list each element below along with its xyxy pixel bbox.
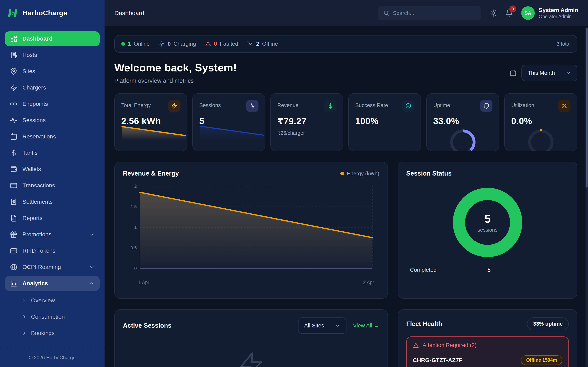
- brand: HarboCharge: [0, 0, 104, 26]
- sidebar-nav: DashboardHostsSitesChargersEndpointsSess…: [0, 26, 104, 348]
- active-sessions-panel: Active Sessions All Sites View All →: [114, 309, 388, 367]
- metric-card-revenue: Revenue₹79.27₹26/charger: [270, 93, 343, 151]
- sidebar-item-endpoints[interactable]: Endpoints: [5, 97, 100, 111]
- search-box[interactable]: [378, 6, 481, 20]
- uptime-badge: 33% uptime: [527, 317, 569, 330]
- sidebar-subitem-overview[interactable]: Overview: [5, 292, 100, 309]
- sidebar-subitem-consumption[interactable]: Consumption: [5, 309, 100, 325]
- calendar-icon: [510, 69, 517, 76]
- sidebar-item-promotions[interactable]: Promotions: [5, 227, 100, 242]
- session-status-legend: Completed 5: [406, 267, 569, 273]
- status-chip-online: 1Online: [121, 41, 150, 47]
- credit-card-icon: [10, 182, 17, 189]
- chevron-down-icon: [89, 264, 95, 270]
- sidebar-item-transactions[interactable]: Transactions: [5, 178, 100, 193]
- period-value: This Month: [527, 70, 555, 76]
- receipt-icon: [10, 198, 17, 206]
- file-icon: [10, 214, 17, 222]
- search-icon: [383, 10, 389, 16]
- offline-badge: Offline 1594m: [521, 355, 562, 365]
- bolt-icon: [159, 41, 165, 47]
- fleet-item-1: CHRG-GTZT-AZ7FOffline 1594m: [413, 355, 562, 365]
- theme-toggle-button[interactable]: [489, 9, 497, 17]
- sidebar-item-tariffs[interactable]: Tariffs: [5, 146, 100, 160]
- sidebar-item-analytics[interactable]: Analytics: [5, 276, 100, 291]
- sidebar-subitem-bookings[interactable]: Bookings: [5, 325, 100, 341]
- view-all-link[interactable]: View All →: [353, 323, 379, 329]
- app-root: HarboCharge DashboardHostsSitesChargersE…: [0, 0, 588, 367]
- session-status-title: Session Status: [406, 170, 569, 177]
- sidebar-footer: © 2026 HarboCharge: [0, 348, 104, 367]
- donut-center-value: 5: [484, 212, 491, 225]
- svg-text:0.5: 0.5: [130, 245, 137, 250]
- chevron-down-icon: [335, 323, 340, 328]
- notification-badge: 3: [509, 6, 516, 12]
- utilization-ring: [528, 129, 553, 151]
- sidebar-item-hosts[interactable]: Hosts: [5, 48, 100, 62]
- svg-text:2 Apr: 2 Apr: [363, 280, 374, 285]
- bolt-icon: [168, 100, 181, 112]
- sidebar-item-reports[interactable]: Reports: [5, 211, 100, 225]
- brand-name: HarboCharge: [22, 9, 67, 17]
- revenue-energy-chart: 00.511.521 Apr2 Apr: [123, 182, 379, 287]
- site-filter-selector[interactable]: All Sites: [298, 317, 347, 334]
- period-selector[interactable]: This Month: [521, 65, 577, 81]
- sidebar-item-reservations[interactable]: Reservations: [5, 129, 100, 144]
- svg-text:1 Apr: 1 Apr: [138, 280, 149, 285]
- bolt-placeholder-icon: [238, 351, 265, 367]
- charger-id: CHRG-GTZT-AZ7F: [413, 357, 462, 364]
- chevron-up-icon: [89, 280, 95, 286]
- active-sessions-title: Active Sessions: [123, 322, 172, 329]
- credit-card-icon: [10, 247, 17, 255]
- building-icon: [10, 51, 17, 59]
- status-chip-faulted: 0Faulted: [205, 41, 238, 47]
- revenue-energy-panel: Revenue & Energy Energy (kWh) 00.511.521…: [114, 162, 388, 299]
- dollar-icon: [10, 149, 17, 157]
- sidebar-item-rfid-tokens[interactable]: RFID Tokens: [5, 243, 100, 258]
- header: Dashboard 3 SA System Admin Ope: [104, 0, 588, 26]
- metric-card-sessions: Sessions5: [192, 93, 265, 151]
- legend-completed-label: Completed: [410, 267, 437, 273]
- chart-title: Revenue & Energy: [123, 170, 179, 177]
- user-role: Operator Admin: [539, 14, 578, 19]
- sidebar-item-chargers[interactable]: Chargers: [5, 80, 100, 95]
- fleet-health-panel: Fleet Health 33% uptime Attention Requir…: [398, 309, 577, 367]
- legend-completed-value: 5: [488, 267, 491, 273]
- status-chip-charging: 0Charging: [159, 41, 196, 47]
- activity-icon: [10, 117, 17, 124]
- warning-icon: [413, 342, 419, 349]
- svg-text:1.5: 1.5: [130, 204, 137, 209]
- metric-card-total-energy: Total Energy2.56 kWh: [114, 93, 187, 151]
- search-input[interactable]: [393, 10, 476, 16]
- user-menu[interactable]: SA System Admin Operator Admin: [521, 6, 578, 20]
- scrollbar-thumb[interactable]: [586, 28, 588, 188]
- chevron-down-icon: [566, 70, 571, 76]
- sidebar-item-dashboard[interactable]: Dashboard: [5, 31, 100, 46]
- donut-center-label: sessions: [477, 227, 497, 233]
- svg-text:0: 0: [134, 266, 137, 271]
- svg-text:2: 2: [134, 184, 137, 189]
- sidebar-item-wallets[interactable]: Wallets: [5, 162, 100, 176]
- chevron-down-icon: [89, 231, 95, 238]
- sidebar-item-sessions[interactable]: Sessions: [5, 113, 100, 128]
- online-dot-icon: [121, 42, 125, 46]
- metric-card-uptime: Uptime33.0%: [426, 93, 499, 151]
- avatar: SA: [521, 6, 535, 20]
- notifications-button[interactable]: 3: [505, 9, 513, 17]
- metric-cards: Total Energy2.56 kWhSessions5Revenue₹79.…: [114, 93, 577, 151]
- copyright-text: © 2026 HarboCharge: [29, 355, 76, 360]
- charger-status-bar: 1Online0Charging0Faulted2Offline 3 total: [114, 35, 577, 53]
- sidebar-item-settlements[interactable]: Settlements: [5, 194, 100, 209]
- session-status-panel: Session Status 5 sessions Completed 5: [398, 162, 577, 299]
- sidebar-item-sites[interactable]: Sites: [5, 64, 100, 79]
- globe-icon: [10, 263, 17, 271]
- site-filter-value: All Sites: [304, 323, 324, 329]
- fleet-health-title: Fleet Health: [406, 320, 442, 328]
- chart-legend: Energy (kWh): [340, 170, 379, 177]
- sun-icon: [489, 9, 497, 17]
- welcome-subtitle: Platform overview and metrics: [114, 77, 237, 84]
- metric-card-utilization: Utilization0.0%: [504, 93, 577, 151]
- sidebar-item-ocpi-roaming[interactable]: OCPI Roaming: [5, 260, 100, 275]
- chevron-right-icon: [22, 331, 27, 336]
- session-status-donut: 5 sessions: [453, 188, 522, 257]
